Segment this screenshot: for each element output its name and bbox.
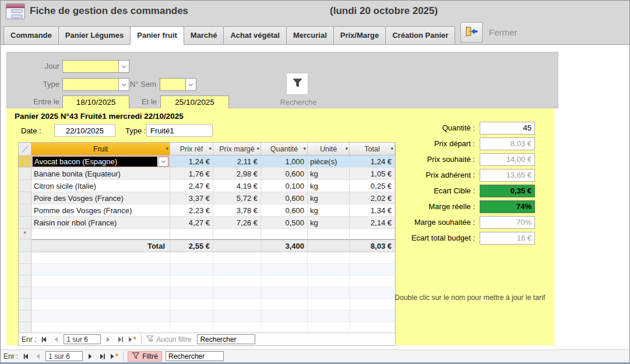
cell-prix-ref[interactable]: 1,24 € <box>170 156 213 168</box>
empty-cell[interactable] <box>31 229 170 239</box>
basket-date-field[interactable]: 22/10/2025 <box>54 124 115 137</box>
record-selector[interactable] <box>19 192 31 204</box>
table-row[interactable]: Banane bonita (Equateur)1,76 €2,98 €0,60… <box>19 168 395 180</box>
cell-quantite[interactable]: 0,600 <box>261 192 308 204</box>
date-to-field[interactable]: 25/10/2025 <box>160 96 229 109</box>
tab-marche[interactable]: Marché <box>184 26 224 45</box>
cell-quantite[interactable]: 0,600 <box>261 204 308 217</box>
column-header-fruit[interactable]: Fruit▾ <box>31 143 170 156</box>
empty-cell[interactable] <box>308 229 350 239</box>
cell-fruit[interactable]: Avocat bacon (Espagne) <box>31 156 170 168</box>
record-next-button[interactable] <box>85 351 96 361</box>
datasheet-corner-selector[interactable] <box>19 143 31 156</box>
record-selector[interactable] <box>19 217 31 229</box>
table-row[interactable]: Raisin noir ribol (France)4,27 €7,26 €0,… <box>19 217 395 229</box>
cell-prix-ref[interactable]: 3,37 € <box>170 192 213 204</box>
record-first-button[interactable] <box>39 334 50 344</box>
column-header-prix-ref[interactable]: Prix réf▾ <box>170 143 213 156</box>
cell-quantite[interactable]: 1,000 <box>261 156 308 168</box>
record-selector[interactable] <box>19 156 31 168</box>
table-row[interactable]: Citron sicile (Italie)2,47 €4,19 €0,100k… <box>19 180 395 192</box>
cell-unite[interactable]: kg <box>308 217 350 229</box>
cell-prix-ref[interactable]: 1,76 € <box>170 168 213 180</box>
record-position-box[interactable]: 1 sur 6 <box>64 334 101 344</box>
basket-type-field[interactable]: Fruité1 <box>146 124 213 137</box>
cell-total[interactable]: 2,02 € <box>350 192 395 204</box>
type-combobox[interactable] <box>62 78 129 91</box>
cell-total[interactable]: 1,05 € <box>350 168 395 180</box>
cell-quantite[interactable]: 0,100 <box>261 180 308 192</box>
empty-cell[interactable] <box>170 229 213 239</box>
cell-prix-marge[interactable]: 2,98 € <box>213 168 261 180</box>
record-position-box[interactable]: 1 sur 6 <box>45 351 83 361</box>
record-prev-button[interactable] <box>33 351 43 361</box>
empty-cell[interactable] <box>213 229 261 239</box>
cell-fruit[interactable]: Raisin noir ribol (France) <box>31 217 170 229</box>
cell-prix-marge[interactable]: 7,26 € <box>213 217 261 229</box>
quantite-field[interactable]: 45 <box>480 122 535 135</box>
tab-panier-fruit[interactable]: Panier fruit <box>130 26 184 45</box>
record-selector[interactable] <box>19 204 31 217</box>
record-first-button[interactable] <box>21 351 31 361</box>
cell-unite[interactable]: kg <box>308 180 350 192</box>
column-dropdown-icon[interactable]: ▾ <box>345 146 348 151</box>
cell-fruit[interactable]: Pomme des Vosges (France) <box>31 204 170 217</box>
tab-commande[interactable]: Commande <box>3 26 59 45</box>
search-filter-button[interactable] <box>286 73 308 95</box>
empty-cell[interactable] <box>261 229 308 239</box>
record-last-button[interactable] <box>97 351 107 361</box>
record-prev-button[interactable] <box>51 334 61 344</box>
cell-prix-marge[interactable]: 5,72 € <box>213 192 261 204</box>
tab-prix-marge[interactable]: Prix/Marge <box>333 26 386 45</box>
table-row[interactable]: Poire des Vosges (France)3,37 €5,72 €0,6… <box>19 192 395 204</box>
cell-fruit[interactable]: Banane bonita (Equateur) <box>31 168 170 180</box>
cell-total[interactable]: 1,34 € <box>350 204 395 217</box>
table-row[interactable]: Avocat bacon (Espagne)1,24 €2,11 €1,000p… <box>19 156 395 168</box>
date-from-field[interactable]: 18/10/2025 <box>62 96 129 109</box>
cell-unite[interactable]: kg <box>308 192 350 204</box>
column-dropdown-icon[interactable]: ▾ <box>166 146 168 151</box>
cell-quantite[interactable]: 0,600 <box>261 168 308 180</box>
no-filter-indicator[interactable]: Aucun filtre <box>146 335 191 344</box>
cell-fruit[interactable]: Poire des Vosges (France) <box>31 192 170 204</box>
cell-prix-marge[interactable]: 2,11 € <box>213 156 261 168</box>
cell-prix-marge[interactable]: 3,78 € <box>213 204 261 217</box>
fruit-combo-button[interactable] <box>159 157 168 167</box>
record-selector[interactable] <box>19 180 31 192</box>
chevron-down-icon[interactable] <box>185 79 196 90</box>
record-selector[interactable] <box>19 168 31 180</box>
num-sem-combobox[interactable] <box>160 78 196 91</box>
record-last-button[interactable] <box>115 334 125 344</box>
cell-fruit[interactable]: Citron sicile (Italie) <box>31 180 170 192</box>
column-dropdown-icon[interactable]: ▾ <box>209 146 212 151</box>
cell-total[interactable]: 0,25 € <box>350 180 395 192</box>
cell-total[interactable]: 1,24 € <box>350 156 395 168</box>
column-header-prix-marge[interactable]: Prix margé▾ <box>213 143 261 156</box>
jour-combobox[interactable] <box>62 60 129 73</box>
record-new-button[interactable]: * <box>108 351 119 361</box>
record-search-input[interactable]: Rechercher <box>197 334 255 344</box>
tab-achat-vegetal[interactable]: Achat végétal <box>223 26 287 45</box>
chevron-down-icon[interactable] <box>118 61 129 72</box>
cell-quantite[interactable]: 0,500 <box>261 217 308 229</box>
column-dropdown-icon[interactable]: ▾ <box>390 146 393 151</box>
empty-cell[interactable] <box>350 229 395 239</box>
cell-prix-ref[interactable]: 2,23 € <box>170 204 213 217</box>
tab-mercurial[interactable]: Mercurial <box>286 26 334 45</box>
cell-prix-marge[interactable]: 4,19 € <box>213 180 261 192</box>
new-record-row[interactable]: * <box>19 229 395 239</box>
record-search-input[interactable]: Rechercher <box>166 351 224 361</box>
cell-total[interactable]: 2,14 € <box>350 217 395 229</box>
cell-prix-ref[interactable]: 4,27 € <box>170 217 213 229</box>
column-header-quantite[interactable]: Quantité▾ <box>261 143 308 156</box>
cell-unite[interactable]: kg <box>308 204 350 217</box>
column-dropdown-icon[interactable]: ▾ <box>303 146 306 151</box>
record-next-button[interactable] <box>103 334 114 344</box>
record-new-button[interactable]: * <box>126 334 137 344</box>
tab-creation-panier[interactable]: Création Panier <box>385 26 455 45</box>
table-row[interactable]: Pomme des Vosges (France)2,23 €3,78 €0,6… <box>19 204 395 217</box>
column-header-total[interactable]: Total▾ <box>350 143 395 156</box>
cell-unite[interactable]: pièce(s) <box>308 156 350 168</box>
cell-prix-ref[interactable]: 2,47 € <box>170 180 213 192</box>
tab-panier-legumes[interactable]: Panier Légumes <box>58 26 131 45</box>
